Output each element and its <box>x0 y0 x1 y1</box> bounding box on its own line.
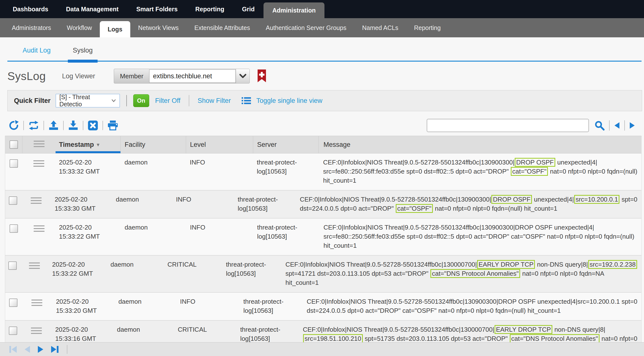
message-text: nat=0 nfpt=0 nlpt=0 fqdn=(null) <box>548 168 637 175</box>
row-level: INFO <box>172 194 234 204</box>
row-menu-icon[interactable] <box>21 194 51 205</box>
highlighted-match: cat="DNS Protocol Anomalies" <box>430 269 520 278</box>
row-select-cell <box>5 297 22 307</box>
divider <box>83 121 83 130</box>
filter-off-link[interactable]: Filter Off <box>155 97 180 105</box>
row-server: threat-protect-log[10563] <box>234 194 295 213</box>
row-menu-icon[interactable] <box>22 297 52 308</box>
divider <box>609 120 610 131</box>
message-line: CEF:0|Infoblox|NIOS Threat|9.0.5-52728-5… <box>300 195 637 204</box>
search-previous-icon[interactable] <box>614 122 620 129</box>
filter-on-toggle[interactable]: On <box>133 94 149 107</box>
header-menu-icon[interactable] <box>22 136 56 153</box>
message-text: src=fe80::250:56ff:fe03:d55e spt=0 dst=f… <box>324 233 634 240</box>
subnav-item-workflow[interactable]: Workflow <box>59 18 100 37</box>
row-menu-icon[interactable] <box>20 260 49 271</box>
row-level: CRITICAL <box>174 325 236 334</box>
row-menu-icon[interactable] <box>22 222 56 233</box>
log-view-tabs: Audit LogSyslog <box>7 47 642 62</box>
table-row: 2025-02-20 15:33:22 GMTdaemonCRITICALthr… <box>5 256 641 293</box>
column-label: Timestamp <box>59 141 94 149</box>
last-page-button[interactable] <box>51 346 59 353</box>
next-page-button[interactable] <box>37 346 44 353</box>
row-select-cell <box>5 194 21 205</box>
log-viewer-label: Log Viewer <box>62 72 95 80</box>
message-text: hit_count=1 <box>286 279 318 286</box>
first-page-button[interactable] <box>9 346 17 353</box>
column-header-facility[interactable]: Facility <box>121 136 186 153</box>
column-label: Level <box>190 141 206 149</box>
divider <box>44 121 44 130</box>
subnav-item-administrators[interactable]: Administrators <box>4 18 59 37</box>
select-all-checkbox[interactable] <box>5 136 22 153</box>
row-menu-icon[interactable] <box>21 325 52 336</box>
message-text: CEF:0|Infoblox|NIOS Threat|9.0.5-52728-5… <box>323 159 514 166</box>
show-filter-link[interactable]: Show Filter <box>198 97 231 105</box>
clear-filter-icon[interactable] <box>88 120 98 131</box>
hamburger-icon <box>34 225 44 233</box>
search-icon[interactable] <box>594 120 605 131</box>
topnav-item-data-management[interactable]: Data Management <box>57 0 127 18</box>
print-icon[interactable] <box>107 120 118 131</box>
tab-syslog[interactable]: Syslog <box>73 47 93 61</box>
subnav-item-extensible-attributes[interactable]: Extensible Attributes <box>186 18 258 37</box>
grid-toolbar <box>8 119 635 132</box>
subnav-item-authentication-server-groups[interactable]: Authentication Server Groups <box>258 18 354 37</box>
row-checkbox[interactable] <box>8 261 17 270</box>
divider <box>23 121 24 130</box>
row-checkbox[interactable] <box>10 224 18 233</box>
refresh-icon[interactable] <box>8 120 19 131</box>
topnav-item-administration[interactable]: Administration <box>264 2 324 18</box>
row-checkbox[interactable] <box>10 159 18 168</box>
table-row: 2025-02-20 15:33:32 GMTdaemonINFOthreat-… <box>5 154 641 190</box>
row-menu-icon[interactable] <box>22 157 56 169</box>
message-line: CEF:0|Infoblox|NIOS Threat|9.0.5-52728-5… <box>324 223 637 232</box>
message-text: src=fe80::250:56ff:fe03:d55e spt=0 dst=f… <box>323 168 510 175</box>
row-checkbox[interactable] <box>9 299 18 307</box>
subnav-item-named-acls[interactable]: Named ACLs <box>354 18 406 37</box>
highlighted-match: cat="OSPF" <box>396 204 433 213</box>
topnav-item-smart-folders[interactable]: Smart Folders <box>127 0 186 18</box>
row-facility: daemon <box>113 325 174 334</box>
toggle-single-line-view-link[interactable]: Toggle single line view <box>256 97 322 105</box>
column-header-message[interactable]: Message <box>318 136 641 153</box>
upload-icon[interactable] <box>48 120 59 131</box>
quick-filter-bar: Quick Filter [S] - Threat Detectio On Fi… <box>7 90 642 111</box>
row-checkbox[interactable] <box>9 327 17 335</box>
topnav-item-dashboards[interactable]: Dashboards <box>4 0 57 18</box>
previous-page-button[interactable] <box>24 346 30 353</box>
topnav-item-grid[interactable]: Grid <box>233 0 264 18</box>
hamburger-icon <box>31 197 42 205</box>
column-header-level[interactable]: Level <box>186 136 253 153</box>
pagination-bar <box>0 342 644 356</box>
member-dropdown[interactable]: extibns.techblue.net <box>149 69 236 83</box>
bookmark-add-icon[interactable] <box>256 69 267 83</box>
subnav-item-network-views[interactable]: Network Views <box>130 18 186 37</box>
follow-polling-icon[interactable] <box>28 121 39 130</box>
quick-filter-dropdown[interactable]: [S] - Threat Detectio <box>56 94 120 108</box>
topnav-item-reporting[interactable]: Reporting <box>186 0 233 18</box>
row-message: CEF:0|Infoblox|NIOS Threat|9.0.5-52728-5… <box>318 222 641 250</box>
row-server: threat-protect-log[10563] <box>222 260 280 278</box>
row-level: INFO <box>176 297 240 306</box>
tab-audit-log[interactable]: Audit Log <box>22 47 51 61</box>
row-timestamp: 2025-02-20 15:33:22 GMT <box>56 222 121 241</box>
column-header-server[interactable]: Server <box>253 136 318 153</box>
column-header-timestamp[interactable]: Timestamp ▾ <box>56 136 121 153</box>
subnav-item-logs[interactable]: Logs <box>100 21 130 37</box>
message-line: dst=224.0.0.5 dpt=0 act="DROP" cat="OSPF… <box>307 306 637 315</box>
search-input[interactable] <box>427 119 589 132</box>
search-next-icon[interactable] <box>629 122 635 129</box>
single-line-view-icon[interactable] <box>242 97 251 105</box>
chevron-down-icon[interactable] <box>236 69 250 83</box>
sort-descending-icon: ▾ <box>97 142 99 148</box>
highlighted-match: DROP OSPF <box>515 158 555 167</box>
download-icon[interactable] <box>68 120 79 131</box>
row-facility: daemon <box>112 194 172 204</box>
row-checkbox[interactable] <box>9 196 17 205</box>
row-server: threat-protect-log[10563] <box>236 325 298 343</box>
message-text: dst=224.0.0.5 dpt=0 act="DROP" cat="OSPF… <box>307 307 561 314</box>
checkbox[interactable] <box>10 141 18 149</box>
subnav-item-reporting[interactable]: Reporting <box>406 18 448 37</box>
row-server: threat-protect-log[10563] <box>240 297 302 315</box>
